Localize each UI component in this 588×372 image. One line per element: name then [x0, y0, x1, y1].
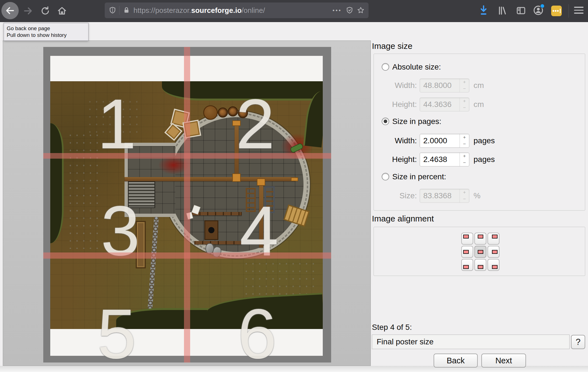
- pages-width-spinner[interactable]: + −: [460, 134, 469, 147]
- bookmark-star-icon[interactable]: [357, 6, 365, 14]
- help-button[interactable]: ?: [571, 335, 585, 349]
- size-in-pages-radio[interactable]: [382, 118, 389, 125]
- account-button[interactable]: [533, 5, 544, 16]
- library-button[interactable]: [497, 5, 508, 16]
- wizard-back-button[interactable]: Back: [434, 354, 478, 368]
- poster-frame: 1 2 3 4 5 6: [43, 47, 331, 363]
- align-square-icon: [492, 235, 498, 239]
- spinner-minus: −: [460, 104, 469, 111]
- menu-button[interactable]: [574, 7, 584, 14]
- pocket-shield-check-icon[interactable]: [346, 6, 353, 14]
- spinner-minus: −: [460, 85, 469, 92]
- align-top-left-button[interactable]: [461, 233, 473, 245]
- overlap-line-vertical: [184, 47, 190, 363]
- map-beam-joint: [291, 177, 298, 181]
- back-arrow-icon: [5, 6, 15, 16]
- tooltip-line: Go back one page: [7, 25, 85, 32]
- spinner-plus: +: [460, 189, 469, 196]
- browser-toolbar: https://posterazor.sourceforge.io/online…: [0, 0, 588, 22]
- align-square-icon: [478, 265, 483, 269]
- reload-button[interactable]: [40, 5, 51, 16]
- absolute-height-label: Height:: [380, 97, 417, 111]
- align-bottom-center-button[interactable]: [474, 259, 486, 271]
- extension-button[interactable]: [551, 6, 562, 16]
- absolute-height-input: [420, 98, 460, 111]
- absolute-size-radio[interactable]: [382, 63, 389, 71]
- extension-dot-icon: [557, 10, 559, 12]
- align-top-center-button[interactable]: [474, 233, 486, 245]
- image-size-heading: Image size: [372, 41, 412, 51]
- align-bottom-left-button[interactable]: [461, 259, 473, 271]
- pages-width-input[interactable]: [420, 134, 460, 147]
- lock-icon[interactable]: [123, 7, 130, 14]
- align-square-icon: [492, 265, 498, 269]
- align-middle-right-button[interactable]: [487, 246, 499, 258]
- wizard-next-button[interactable]: Next: [481, 354, 526, 368]
- hamburger-icon: [574, 7, 584, 8]
- absolute-height-field: + −: [420, 97, 469, 111]
- spinner-minus: −: [460, 196, 469, 202]
- home-button[interactable]: [56, 5, 68, 16]
- align-square-icon: [463, 265, 469, 269]
- url-path: /online/: [242, 6, 265, 15]
- size-in-percent-label[interactable]: Size in percent:: [392, 172, 446, 181]
- map-beam-joint: [257, 178, 265, 186]
- pages-height-field[interactable]: + −: [420, 152, 469, 166]
- account-notification-dot: [540, 4, 545, 8]
- url-domain: sourceforge.io: [191, 6, 242, 15]
- absolute-width-input: [420, 79, 460, 92]
- size-in-pages-label[interactable]: Size in pages:: [392, 117, 441, 126]
- spinner-plus[interactable]: +: [460, 134, 469, 141]
- absolute-size-label[interactable]: Absolute size:: [392, 63, 441, 71]
- tracking-protection-shield-icon[interactable]: [109, 6, 116, 14]
- url-prefix: https://posterazor.: [133, 6, 191, 15]
- wizard-step-label: Step 4 of 5:: [372, 323, 412, 332]
- absolute-width-label: Width:: [380, 78, 417, 92]
- poster-preview-panel: 1 2 3 4 5 6: [3, 40, 371, 366]
- home-icon: [57, 6, 67, 16]
- page-number-5: 5: [97, 299, 136, 369]
- page-number-2: 2: [236, 89, 275, 159]
- forward-button[interactable]: [22, 5, 34, 16]
- back-button[interactable]: [1, 2, 19, 19]
- extension-dot-icon: [553, 10, 554, 12]
- map-beam-horizontal: [125, 177, 295, 181]
- image-size-groupbox: Absolute size: Width: + − cm Height: + −…: [374, 54, 585, 211]
- align-center-button[interactable]: [474, 246, 486, 258]
- size-in-percent-radio[interactable]: [382, 173, 389, 180]
- spinner-minus[interactable]: −: [460, 159, 469, 166]
- wizard-step-description: Final poster size: [372, 335, 570, 349]
- page-number-6: 6: [238, 299, 277, 369]
- pages-width-label: Width:: [380, 134, 417, 148]
- align-square-icon: [463, 250, 469, 254]
- urlbar-divider: [119, 6, 119, 15]
- library-icon: [497, 5, 508, 16]
- spinner-plus[interactable]: +: [460, 153, 469, 159]
- pages-width-field[interactable]: + −: [420, 134, 469, 148]
- map-bench: [192, 212, 242, 215]
- extension-dot-icon: [555, 10, 556, 12]
- back-button-tooltip: Go back one page Pull down to show histo…: [4, 23, 89, 41]
- downloads-button[interactable]: [478, 5, 489, 16]
- align-square-icon: [478, 250, 483, 254]
- align-middle-left-button[interactable]: [461, 246, 473, 258]
- map-vine-border: [50, 123, 64, 243]
- absolute-height-unit: cm: [474, 97, 484, 111]
- toolbar-divider: [568, 4, 569, 18]
- align-bottom-right-button[interactable]: [487, 259, 499, 271]
- pages-height-spinner[interactable]: + −: [460, 153, 469, 166]
- absolute-width-field: + −: [420, 78, 469, 92]
- map-bench: [194, 241, 242, 244]
- url-bar[interactable]: https://posterazor.sourceforge.io/online…: [105, 3, 369, 18]
- sidebar-icon: [516, 5, 526, 16]
- map-table-with-pot: [204, 220, 218, 240]
- align-top-right-button[interactable]: [487, 233, 499, 245]
- spinner-minus[interactable]: −: [460, 141, 469, 147]
- spinner-plus: +: [460, 79, 469, 85]
- tooltip-line: Pull down to show history: [7, 32, 85, 39]
- page-number-1: 1: [97, 89, 136, 159]
- sidebar-toggle-button[interactable]: [515, 5, 527, 16]
- map-barrel: [218, 108, 228, 118]
- page-actions-button[interactable]: •••: [333, 7, 342, 14]
- pages-height-input[interactable]: [420, 153, 460, 166]
